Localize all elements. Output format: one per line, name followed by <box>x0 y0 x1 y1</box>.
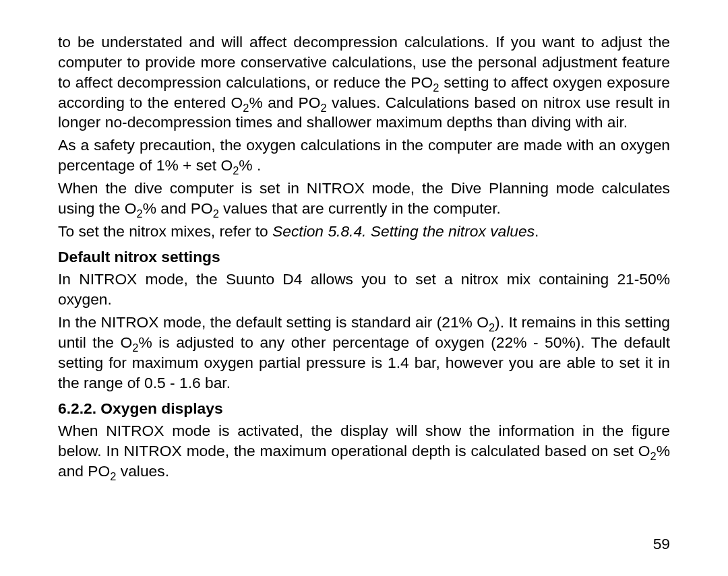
body-paragraph-7: When NITROX mode is activated, the displ… <box>58 421 670 482</box>
subscript-2: 2 <box>489 321 495 333</box>
body-paragraph-4: To set the nitrox mixes, refer to Sectio… <box>58 222 670 242</box>
body-paragraph-5: In NITROX mode, the Suunto D4 allows you… <box>58 269 670 310</box>
section-reference: Section 5.8.4. Setting the nitrox values <box>272 222 535 240</box>
subscript-2: 2 <box>137 207 143 219</box>
subscript-2: 2 <box>650 450 657 462</box>
heading-default-nitrox: Default nitrox settings <box>58 247 670 267</box>
body-paragraph-1: to be understated and will affect decomp… <box>58 32 670 133</box>
subscript-2: 2 <box>213 207 219 219</box>
text-run: In the NITROX mode, the default setting … <box>58 313 489 331</box>
text-run: % is adjusted to any other percentage of… <box>58 333 670 391</box>
text-run: As a safety precaution, the oxygen calcu… <box>58 136 670 174</box>
document-page: to be understated and will affect decomp… <box>0 0 728 576</box>
body-paragraph-2: As a safety precaution, the oxygen calcu… <box>58 135 670 176</box>
text-run: To set the nitrox mixes, refer to <box>58 222 272 240</box>
text-run: % and PO <box>249 94 320 111</box>
heading-oxygen-displays: 6.2.2. Oxygen displays <box>58 399 670 419</box>
text-run: values. <box>116 462 169 480</box>
subscript-2: 2 <box>233 164 239 177</box>
text-run: . <box>535 222 539 240</box>
subscript-2: 2 <box>321 101 327 113</box>
text-run: % . <box>239 156 261 174</box>
body-paragraph-6: In the NITROX mode, the default setting … <box>58 313 670 393</box>
body-paragraph-3: When the dive computer is set in NITROX … <box>58 179 670 219</box>
text-run: values that are currently in the compute… <box>219 199 501 217</box>
text-run: When NITROX mode is activated, the displ… <box>58 422 670 459</box>
text-run: % and PO <box>143 199 213 217</box>
page-number: 59 <box>653 534 670 554</box>
